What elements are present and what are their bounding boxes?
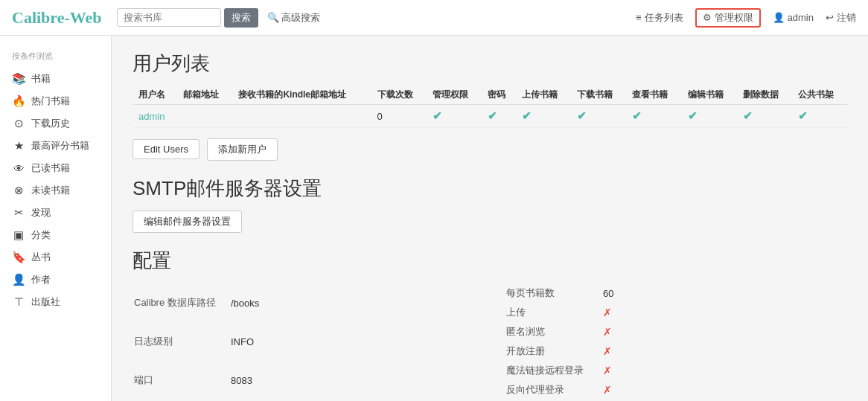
sidebar-item-top-rated[interactable]: ★ 最高评分书籍 (0, 135, 111, 157)
star-icon: ★ (12, 139, 25, 153)
search-box: 搜索 (117, 8, 258, 28)
cell-password: ✔ (482, 105, 516, 128)
discover-icon: ✂ (12, 206, 25, 219)
view-check: ✔ (632, 109, 642, 122)
config-value: 8083 (225, 362, 473, 399)
config-label: 日志级别 (134, 323, 223, 360)
config-value: ✗ (597, 342, 846, 360)
config-row: Calibre 数据库路径/books (134, 284, 473, 321)
config-title: 配置 (133, 248, 847, 274)
config-label: 每页书籍数 (506, 284, 596, 302)
sidebar-item-discover[interactable]: ✂ 发现 (0, 202, 111, 224)
edit-smtp-button[interactable]: 编辑邮件服务器设置 (133, 211, 242, 233)
col-username: 用户名 (133, 86, 177, 105)
config-label: 开放注册 (506, 342, 596, 360)
col-admin: 管理权限 (427, 86, 482, 105)
cell-username: admin (133, 105, 177, 128)
edit-users-button[interactable]: Edit Users (133, 139, 200, 159)
config-label: 魔法链接远程登录 (506, 362, 596, 379)
config-value-text: ✗ (603, 365, 612, 376)
admin-rights-link[interactable]: ⚙ 管理权限 (695, 8, 761, 28)
cell-email (177, 105, 232, 128)
sidebar-item-hot-books[interactable]: 🔥 热门书籍 (0, 90, 111, 112)
admin-check: ✔ (433, 109, 442, 122)
config-label: 端口 (134, 362, 223, 399)
upload-check: ✔ (522, 109, 532, 122)
col-upload: 上传书籍 (516, 86, 571, 105)
config-row: 每页书籍数60 (506, 284, 846, 302)
sidebar-item-publishers[interactable]: ⊤ 出版社 (0, 291, 111, 313)
config-value: ✗ (597, 323, 846, 341)
gear-icon: ⚙ (703, 12, 712, 23)
sidebar: 按条件浏览 📚 书籍 🔥 热门书籍 ⊙ 下载历史 ★ 最高评分书籍 👁 已读书籍… (0, 36, 112, 401)
smtp-title: SMTP邮件服务器设置 (133, 176, 847, 202)
header-right: ≡ 任务列表 ⚙ 管理权限 👤 admin ↩ 注销 (636, 8, 856, 28)
task-icon: ≡ (636, 12, 642, 23)
sidebar-item-unread-books[interactable]: ⊗ 未读书籍 (0, 179, 111, 202)
search-input[interactable] (117, 8, 221, 27)
sidebar-item-books[interactable]: 📚 书籍 (0, 68, 111, 90)
main-content: 用户列表 用户名 邮箱地址 接收书籍的Kindle邮箱地址 下载次数 管理权限 … (112, 36, 868, 401)
sidebar-item-authors[interactable]: 👤 作者 (0, 269, 111, 291)
config-value-text: ✗ (603, 326, 612, 338)
table-row: admin0✔✔✔✔✔✔✔✔ (133, 105, 847, 128)
author-icon: 👤 (12, 273, 25, 286)
admin-user-link[interactable]: 👤 admin (773, 12, 814, 23)
cell-upload: ✔ (516, 105, 571, 128)
logout-link[interactable]: ↩ 注销 (826, 11, 856, 25)
cell-downloads: 0 (371, 105, 427, 128)
config-left-table: Calibre 数据库路径/books日志级别INFO端口8083 (133, 283, 475, 400)
config-value: ✗ (597, 381, 846, 399)
search-button[interactable]: 搜索 (224, 8, 258, 28)
categories-icon: ▣ (12, 228, 25, 242)
search-icon: 🔍 (267, 12, 279, 23)
sidebar-label: 按条件浏览 (0, 48, 111, 68)
config-row: 魔法链接远程登录✗ (506, 362, 846, 379)
config-value: INFO (225, 323, 473, 360)
logo: Calibre-Web (12, 8, 102, 28)
config-value-text: ✗ (603, 307, 612, 318)
books-icon: 📚 (12, 72, 25, 86)
config-value-text: 60 (603, 288, 613, 299)
unread-icon: ⊗ (12, 184, 25, 197)
sidebar-item-download-history[interactable]: ⊙ 下载历史 (0, 112, 111, 135)
table-header-row: 用户名 邮箱地址 接收书籍的Kindle邮箱地址 下载次数 管理权限 密码 上传… (133, 86, 847, 105)
eye-icon: 👁 (12, 162, 25, 175)
col-view: 查看书籍 (626, 86, 681, 105)
config-value: /books (225, 284, 473, 321)
logout-icon: ↩ (826, 12, 834, 23)
config-grid: Calibre 数据库路径/books日志级别INFO端口8083 每页书籍数6… (133, 283, 847, 400)
advanced-search-link[interactable]: 🔍 高级搜索 (267, 11, 320, 25)
col-delete: 删除数据 (737, 86, 792, 105)
config-row: 开放注册✗ (506, 342, 846, 360)
username-link[interactable]: admin (138, 111, 165, 122)
cell-download: ✔ (571, 105, 626, 128)
config-row: 上传✗ (506, 304, 846, 321)
sidebar-item-series[interactable]: 🔖 丛书 (0, 246, 111, 269)
cell-delete: ✔ (737, 105, 792, 128)
config-row: 反向代理登录✗ (506, 381, 846, 399)
sidebar-item-read-books[interactable]: 👁 已读书籍 (0, 157, 111, 179)
password-check: ✔ (488, 109, 497, 122)
download-check: ✔ (577, 109, 587, 122)
config-value: ✗ (597, 304, 846, 321)
col-downloads: 下载次数 (371, 86, 427, 105)
config-row: 匿名浏览✗ (506, 323, 846, 341)
config-value-text: ✗ (603, 384, 612, 396)
config-row: 端口8083 (134, 362, 473, 399)
add-user-button[interactable]: 添加新用户 (207, 138, 278, 161)
col-shelf: 公共书架 (792, 86, 847, 105)
sidebar-item-categories[interactable]: ▣ 分类 (0, 224, 111, 246)
shelf-check: ✔ (798, 109, 808, 122)
config-label: 上传 (506, 304, 596, 321)
user-list-title: 用户列表 (133, 51, 847, 77)
config-right-table: 每页书籍数60上传✗匿名浏览✗开放注册✗魔法链接远程登录✗反向代理登录✗ (505, 283, 847, 400)
user-buttons-row: Edit Users 添加新用户 (133, 138, 847, 161)
config-value: ✗ (597, 362, 846, 379)
config-label: 反向代理登录 (506, 381, 596, 399)
fire-icon: 🔥 (12, 94, 25, 108)
col-password: 密码 (482, 86, 516, 105)
layout: 按条件浏览 📚 书籍 🔥 热门书籍 ⊙ 下载历史 ★ 最高评分书籍 👁 已读书籍… (0, 36, 868, 401)
config-label: 匿名浏览 (506, 323, 596, 341)
task-list-link[interactable]: ≡ 任务列表 (636, 11, 683, 25)
